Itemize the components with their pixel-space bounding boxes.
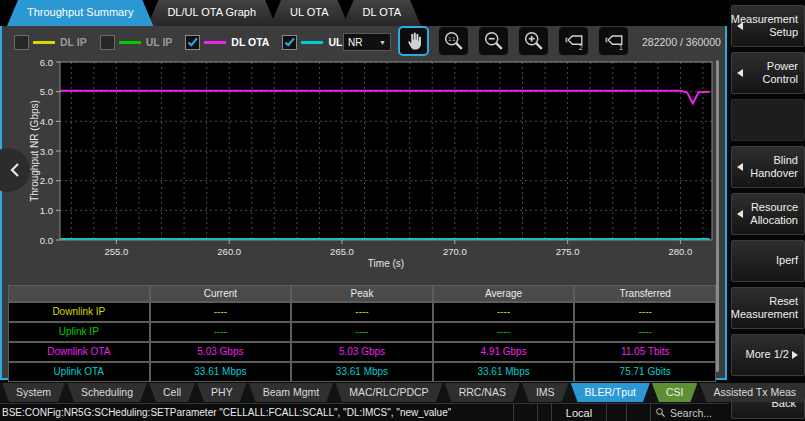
x-axis-label: Time (s): [368, 258, 404, 269]
table-header-Peak: Peak: [292, 286, 432, 301]
arrow-left-icon: [737, 69, 743, 77]
softkey-resource-allocation[interactable]: Resource Allocation: [731, 193, 805, 235]
throughput-table: CurrentPeakAverageTransferredDownlink IP…: [8, 285, 716, 382]
chart-scrollbar[interactable]: [716, 60, 719, 372]
zoom-one-to-one-button[interactable]: 1:1: [438, 26, 469, 56]
statusbar-segment: [537, 404, 551, 421]
y-tick-label: 1.0: [40, 205, 53, 216]
table-cell: 33.61 Mbps: [434, 363, 574, 381]
graph-tab-bar: Throughput SummaryDL/UL OTA GraphUL OTAD…: [0, 0, 729, 26]
softkey-label: Reset Measurement: [731, 295, 798, 321]
search-box[interactable]: Search...: [651, 404, 729, 421]
softkey-sidebar: Measurement SetupPower ControlBlind Hand…: [731, 0, 805, 421]
softkey-blind-handover[interactable]: Blind Handover: [731, 146, 805, 188]
softkey-empty[interactable]: [731, 99, 805, 141]
svg-text:2: 2: [578, 44, 582, 51]
softkey-more-1-2[interactable]: More 1/2: [731, 334, 805, 376]
series-legend: DL IPUL IPDL OTAUL OTA: [14, 32, 380, 52]
x-tick-label: 270.0: [443, 246, 467, 257]
table-header-Average: Average: [434, 286, 574, 301]
softkey-reset-measurement[interactable]: Reset Measurement: [731, 287, 805, 329]
bottom-tab-ims[interactable]: IMS: [522, 383, 569, 402]
legend-item-dl-ip: DL IP: [14, 35, 87, 50]
legend-line-swatch: [33, 41, 55, 44]
table-cell: ----: [575, 323, 715, 341]
checkbox-ul-ota[interactable]: [282, 35, 297, 50]
check-icon: [283, 35, 296, 49]
app-window: Throughput SummaryDL/UL OTA GraphUL OTAD…: [0, 0, 805, 421]
table-cell: 75.71 Gbits: [575, 363, 715, 381]
arrow-left-icon: [737, 163, 743, 171]
marker-1-button[interactable]: 1: [598, 26, 629, 56]
bottom-tab-system[interactable]: System: [2, 383, 65, 402]
bottom-tab-bler-tput[interactable]: BLER/Tput: [571, 383, 650, 402]
softkey-label: Resource Allocation: [750, 201, 798, 227]
check-icon: [186, 35, 199, 49]
checkbox-dl-ota[interactable]: [185, 35, 200, 50]
softkey-label: More 1/2: [746, 348, 789, 361]
softkey-power-control[interactable]: Power Control: [731, 52, 805, 94]
tab-dl-ota[interactable]: DL OTA: [343, 0, 422, 26]
throughput-chart[interactable]: 255.0260.0265.0270.0275.0280.00.01.02.03…: [2, 55, 725, 281]
legend-label: DL IP: [60, 36, 87, 48]
table-row-label: Uplink IP: [9, 323, 149, 341]
softkey-measurement-setup[interactable]: Measurement Setup: [731, 5, 805, 47]
table-cell: 11.05 Tbits: [575, 343, 715, 361]
bottom-tab-beam-mgmt[interactable]: Beam Mgmt: [249, 383, 334, 402]
marker-2-button[interactable]: 2: [558, 26, 589, 56]
table-header-row-label: [9, 286, 149, 301]
dropdown-arrow-icon: ▼: [379, 39, 386, 46]
table-cell: ----: [575, 303, 715, 321]
arrow-left-icon: [737, 210, 743, 218]
bottom-tab-mac-rlc-pdcp[interactable]: MAC/RLC/PDCP: [335, 383, 442, 402]
softkey-label: Blind Handover: [750, 154, 798, 180]
table-row-label: Downlink OTA: [9, 343, 149, 361]
softkey-iperf[interactable]: Iperf: [731, 240, 805, 282]
y-tick-label: 0.0: [40, 235, 53, 246]
tab-ul-ota[interactable]: UL OTA: [270, 0, 349, 26]
table-cell: 5.03 Gbps: [292, 343, 432, 361]
zoom-one-to-one-icon: 1:1: [443, 30, 465, 52]
table-cell: ----: [151, 303, 291, 321]
category-tab-bar: SystemSchedulingCellPHYBeam MgmtMAC/RLC/…: [0, 383, 729, 403]
statusbar-segment: [607, 404, 627, 421]
zoom-out-icon: [483, 30, 505, 52]
x-tick-label: 275.0: [556, 246, 580, 257]
y-tick-label: 6.0: [40, 57, 53, 68]
pan-tool-button[interactable]: [398, 26, 429, 56]
legend-line-swatch: [119, 41, 141, 44]
scpi-command-text: BSE:CONFig:NR5G:SCHeduling:SETParameter …: [0, 407, 451, 418]
bottom-tab-phy[interactable]: PHY: [197, 383, 247, 402]
zoom-out-button[interactable]: [478, 26, 509, 56]
bottom-tab-scheduling[interactable]: Scheduling: [67, 383, 147, 402]
statusbar-segment: [513, 404, 537, 421]
arrow-right-icon: [792, 351, 798, 359]
marker-1-icon: 1: [603, 30, 625, 52]
svg-text:1: 1: [618, 44, 622, 51]
checkbox-dl-ip[interactable]: [14, 35, 29, 50]
x-tick-label: 255.0: [105, 246, 129, 257]
marker-2-icon: 2: [563, 30, 585, 52]
sample-counter: 282200 / 360000: [642, 36, 721, 48]
bottom-tab-cell[interactable]: Cell: [149, 383, 195, 402]
table-header-Current: Current: [151, 286, 291, 301]
table-cell: 33.61 Mbps: [292, 363, 432, 381]
bottom-tab-rrc-nas[interactable]: RRC/NAS: [445, 383, 520, 402]
x-tick-label: 260.0: [217, 246, 241, 257]
legend-label: UL IP: [146, 36, 173, 48]
tab-dl-ul-ota-graph[interactable]: DL/UL OTA Graph: [147, 0, 276, 26]
bottom-tab-csi[interactable]: CSI: [652, 383, 698, 402]
tab-throughput-summary[interactable]: Throughput Summary: [7, 0, 153, 26]
rat-selector-dropdown[interactable]: NR ▼: [343, 33, 391, 51]
zoom-in-button[interactable]: [518, 26, 549, 56]
bottom-tab-assisted-tx-meas[interactable]: Assisted Tx Meas: [699, 383, 805, 402]
arrow-left-icon: [737, 22, 743, 30]
table-cell: ----: [151, 323, 291, 341]
table-cell: ----: [292, 303, 432, 321]
legend-label: DL OTA: [231, 36, 269, 48]
checkbox-ul-ip[interactable]: [100, 35, 115, 50]
y-tick-label: 4.0: [40, 116, 53, 127]
throughput-summary-panel: DL IPUL IPDL OTAUL OTA NR ▼ 1:121 282200…: [0, 24, 727, 380]
legend-item-dl-ota: DL OTA: [185, 35, 269, 50]
search-icon: [655, 407, 666, 418]
